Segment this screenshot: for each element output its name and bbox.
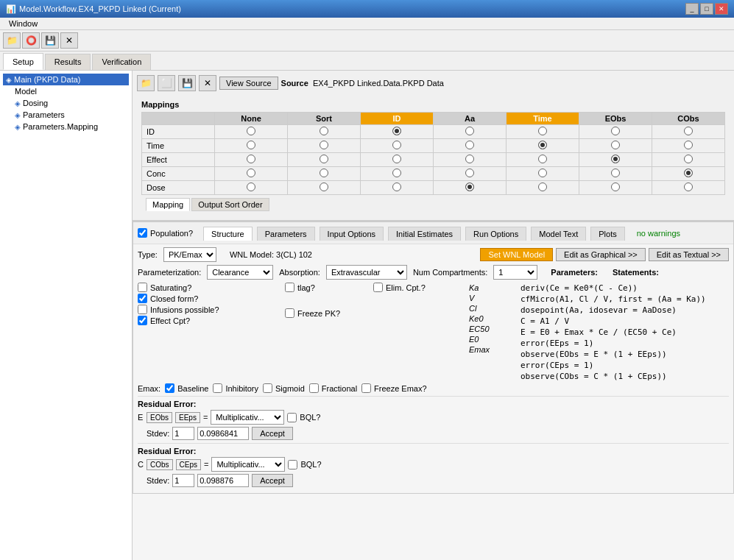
- elim-cpt-checkbox[interactable]: [373, 283, 383, 292]
- radio-id-sort[interactable]: [320, 127, 328, 135]
- source-toolbar-btn2[interactable]: ⬜: [158, 75, 175, 91]
- tab-model-text[interactable]: Model Text: [531, 227, 586, 241]
- freeze-pk-checkbox[interactable]: [285, 308, 294, 318]
- tab-mapping[interactable]: Mapping: [146, 198, 190, 211]
- eeps-box[interactable]: EEps: [175, 412, 200, 423]
- menu-window[interactable]: Window: [3, 18, 43, 29]
- baseline-checkbox[interactable]: [165, 383, 174, 393]
- source-toolbar-btn3[interactable]: 💾: [178, 75, 196, 91]
- toolbar-btn-2[interactable]: ⭕: [22, 32, 40, 49]
- radio-dose-aa[interactable]: [465, 182, 474, 191]
- error-type-c-select[interactable]: Multiplicativ...: [211, 457, 285, 472]
- radio-time-eobs[interactable]: [611, 141, 620, 149]
- tab-setup[interactable]: Setup: [3, 53, 43, 70]
- radio-id-none[interactable]: [247, 127, 255, 135]
- radio-conc-cobs[interactable]: [684, 169, 693, 177]
- radio-dose-eobs[interactable]: [611, 182, 620, 191]
- absorption-select[interactable]: Extravascular: [326, 265, 407, 280]
- radio-time-aa[interactable]: [465, 141, 474, 149]
- radio-dose-none[interactable]: [247, 182, 255, 191]
- radio-effect-none[interactable]: [247, 155, 255, 163]
- saturating-checkbox[interactable]: [138, 283, 147, 292]
- radio-id-time[interactable]: [538, 127, 547, 135]
- closed-form-checkbox[interactable]: [138, 294, 147, 303]
- radio-time-sort[interactable]: [320, 141, 328, 149]
- close-button[interactable]: ✕: [715, 3, 728, 15]
- radio-effect-sort[interactable]: [320, 155, 328, 163]
- sidebar-item-parameters-mapping[interactable]: ◈ Parameters.Mapping: [3, 121, 129, 132]
- radio-time-cobs[interactable]: [684, 141, 693, 149]
- infusions-checkbox[interactable]: [138, 305, 147, 314]
- window-controls[interactable]: _ □ ✕: [685, 3, 728, 15]
- radio-id-eobs[interactable]: [611, 127, 620, 135]
- fractional-checkbox[interactable]: [309, 383, 319, 393]
- radio-effect-cobs[interactable]: [684, 155, 693, 163]
- edit-graphical-button[interactable]: Edit as Graphical >>: [556, 248, 646, 261]
- radio-time-id[interactable]: [392, 141, 401, 149]
- view-source-button[interactable]: View Source: [219, 77, 278, 90]
- tab-plots[interactable]: Plots: [590, 227, 624, 241]
- radio-dose-cobs[interactable]: [684, 182, 693, 191]
- source-toolbar-btn1[interactable]: 📁: [137, 75, 155, 91]
- sidebar-item-model[interactable]: Model: [3, 85, 129, 97]
- effect-cpt-checkbox[interactable]: [138, 316, 147, 325]
- radio-effect-eobs[interactable]: [611, 155, 620, 163]
- ceps-box[interactable]: CEps: [176, 459, 201, 470]
- cobs-box[interactable]: CObs: [147, 459, 173, 470]
- tab-input-options[interactable]: Input Options: [320, 227, 384, 241]
- tlag-checkbox[interactable]: [285, 283, 294, 292]
- freeze-emax-checkbox[interactable]: [361, 383, 371, 393]
- accept-c-button[interactable]: Accept: [252, 474, 293, 487]
- error-type-e-select[interactable]: Multiplicativ...: [211, 410, 284, 425]
- eobs-box[interactable]: EObs: [147, 412, 172, 423]
- population-checkbox[interactable]: [138, 228, 147, 238]
- radio-dose-time[interactable]: [538, 182, 547, 191]
- tab-results[interactable]: Results: [45, 54, 91, 70]
- tab-structure[interactable]: Structure: [203, 227, 253, 241]
- tab-initial-estimates[interactable]: Initial Estimates: [388, 227, 461, 241]
- parameterization-select[interactable]: Clearance: [207, 265, 273, 280]
- edit-textual-button[interactable]: Edit as Textual >>: [649, 248, 729, 261]
- bql-c-checkbox[interactable]: [288, 460, 297, 469]
- tab-verification[interactable]: Verification: [92, 54, 151, 70]
- num-compartments-select[interactable]: 1: [493, 265, 537, 280]
- set-wml-model-button[interactable]: Set WNL Model: [480, 248, 553, 261]
- sidebar-item-parameters[interactable]: ◈ Parameters: [3, 109, 129, 121]
- radio-id-aa[interactable]: [465, 127, 474, 135]
- bql-e-checkbox[interactable]: [287, 413, 297, 422]
- radio-id-cobs[interactable]: [684, 127, 693, 135]
- radio-dose-sort[interactable]: [320, 182, 328, 191]
- source-toolbar-close[interactable]: ✕: [199, 75, 216, 91]
- minimize-button[interactable]: _: [685, 3, 699, 15]
- radio-conc-eobs[interactable]: [611, 169, 620, 177]
- type-select[interactable]: PK/Emax: [163, 247, 216, 262]
- radio-effect-id[interactable]: [392, 155, 401, 163]
- radio-conc-id[interactable]: [392, 169, 401, 177]
- radio-conc-time[interactable]: [538, 169, 547, 177]
- stdev-e-input2[interactable]: [197, 427, 249, 440]
- radio-conc-sort[interactable]: [320, 169, 328, 177]
- tab-output-sort-order[interactable]: Output Sort Order: [191, 198, 269, 211]
- sidebar-item-main[interactable]: ◈ Main (PKPD Data): [3, 74, 129, 85]
- radio-effect-time[interactable]: [538, 155, 547, 163]
- radio-time-none[interactable]: [247, 141, 255, 149]
- radio-conc-none[interactable]: [247, 169, 255, 177]
- sigmoid-checkbox[interactable]: [263, 383, 272, 393]
- toolbar-btn-close[interactable]: ✕: [60, 32, 78, 49]
- toolbar-btn-3[interactable]: 💾: [41, 32, 59, 49]
- stdev-c-input2[interactable]: [197, 474, 249, 487]
- radio-conc-aa[interactable]: [465, 169, 474, 177]
- stdev-e-input1[interactable]: [172, 427, 194, 440]
- tab-run-options[interactable]: Run Options: [465, 227, 526, 241]
- accept-e-button[interactable]: Accept: [252, 427, 293, 440]
- inhibitory-checkbox[interactable]: [213, 383, 222, 393]
- radio-id-id[interactable]: [392, 127, 401, 135]
- sidebar-item-dosing[interactable]: ◈ Dosing: [3, 97, 129, 109]
- tab-parameters[interactable]: Parameters: [257, 227, 315, 241]
- toolbar-btn-1[interactable]: 📁: [3, 32, 21, 49]
- stdev-c-input1[interactable]: [172, 474, 194, 487]
- radio-effect-aa[interactable]: [465, 155, 474, 163]
- radio-time-time[interactable]: [538, 141, 547, 149]
- radio-dose-id[interactable]: [392, 182, 401, 191]
- maximize-button[interactable]: □: [700, 3, 713, 15]
